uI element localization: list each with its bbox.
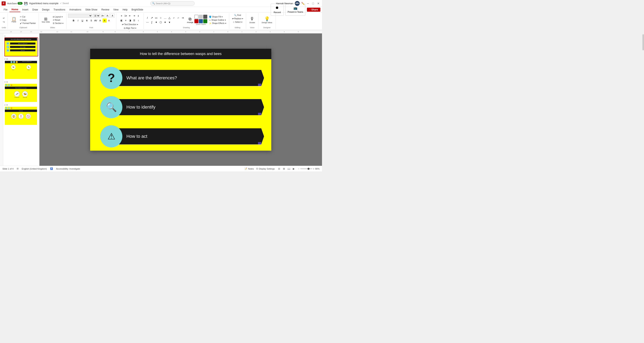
numbering-button[interactable]: 1≡ <box>124 14 128 18</box>
section-button[interactable]: ☰ Section ▾ <box>52 22 64 25</box>
align-right-button[interactable]: ◨ <box>128 18 132 22</box>
columns-button[interactable]: ⫿ <box>136 14 140 18</box>
shapes-more[interactable]: ⋯ <box>145 20 149 24</box>
design-ideas-button[interactable]: 💡 Design Ideas <box>260 16 274 24</box>
shadow-button[interactable]: S <box>89 19 94 23</box>
text-direction-button[interactable]: ⇄ Text Direction ▾ <box>121 23 139 26</box>
quick-style-3[interactable] <box>203 15 207 19</box>
layout-button[interactable]: ⊟ Layout ▾ <box>52 15 64 18</box>
format-painter-button[interactable]: 🖌 Format Painter <box>19 22 37 25</box>
arrow-tool[interactable]: ↗ <box>150 16 154 20</box>
more-shapes[interactable]: … <box>163 16 167 20</box>
tab-design[interactable]: Design <box>40 8 52 12</box>
star-tool[interactable]: ✦ <box>163 20 167 24</box>
main-slide[interactable]: How to tell the difference between wasps… <box>90 49 271 151</box>
curve-tool[interactable]: ∫ <box>150 20 154 24</box>
circle-tool[interactable]: ○ <box>158 16 162 20</box>
tab-review[interactable]: Review <box>100 8 111 12</box>
shape-effects-button[interactable]: ✨ Shape Effects ▾ <box>208 22 227 25</box>
strikethrough-button[interactable]: S <box>85 19 89 23</box>
tab-insert[interactable]: Insert <box>20 8 30 12</box>
tab-help[interactable]: Help <box>120 8 130 12</box>
slideshow-button[interactable]: ▶ <box>292 167 296 171</box>
tab-file[interactable]: File <box>2 8 10 12</box>
autosave-on[interactable]: On <box>18 2 22 5</box>
arrange-button[interactable]: ⧉ Arrange <box>186 16 194 24</box>
decrease-font-button[interactable]: A- <box>106 14 110 18</box>
display-settings-button[interactable]: ⊡ Display Settings <box>256 167 275 170</box>
autosave-toggle[interactable]: AutoSave On <box>7 2 22 5</box>
save-icon[interactable]: 💾 <box>24 2 28 5</box>
tab-brightslide[interactable]: BrightSlide <box>130 8 145 12</box>
slide-1[interactable]: 1 How to tell the difference between was… <box>4 35 38 56</box>
triangle-tool[interactable]: △ <box>168 16 172 20</box>
increase-font-button[interactable]: A+ <box>101 14 105 18</box>
slide-2[interactable]: 2 ★ ? 🔍 ⚠ What are the differences? <box>4 58 38 79</box>
align-text-button[interactable]: ⊟ Align Text ▾ <box>122 27 138 30</box>
tab-draw[interactable]: Draw <box>30 8 40 12</box>
increase-indent-button[interactable]: ⇥ <box>132 14 136 18</box>
line-spacing-button[interactable]: ↕ <box>136 18 140 22</box>
present-in-teams-button[interactable]: 📺 Present in Teams <box>285 4 305 16</box>
dictate-button[interactable]: 🎙 Dictate <box>248 16 256 24</box>
char-spacing-button[interactable]: AV <box>94 19 98 23</box>
bullets-button[interactable]: ≡ <box>120 14 124 18</box>
shape-outline-button[interactable]: ▭ Shape Outline ▾ <box>208 19 227 22</box>
reading-view-button[interactable]: 📖 <box>287 167 291 171</box>
pentagon-tool[interactable]: ⬠ <box>158 20 162 24</box>
connector-tool[interactable]: ⌐ <box>176 16 180 20</box>
arrow-shape[interactable]: ⇒ <box>181 16 185 20</box>
notes-button[interactable]: 📝 Notes <box>244 167 254 170</box>
more-button[interactable]: ▾ <box>168 20 172 24</box>
cut-button[interactable]: ✂ Cut <box>19 15 37 18</box>
slide-thumb-1[interactable]: How to tell the difference between wasps… <box>4 38 38 56</box>
align-left-button[interactable]: ◧ <box>120 18 124 22</box>
quick-style-4[interactable] <box>194 19 198 23</box>
normal-view-button[interactable]: ⊟ <box>277 167 281 171</box>
clear-format-button[interactable]: A <box>110 14 114 18</box>
find-button[interactable]: 🔍 Find <box>233 14 242 17</box>
copy-button[interactable]: ⎘ Copy <box>19 19 37 22</box>
freeform-tool[interactable]: ✦ <box>154 20 158 24</box>
align-center-button[interactable]: ≡ <box>124 18 128 22</box>
zoom-in-button[interactable]: + <box>313 168 314 170</box>
slide-thumb-2[interactable]: ? 🔍 ⚠ What are the differences? 🐝 <box>4 61 38 79</box>
paste-button[interactable]: 📋 Paste <box>10 17 18 23</box>
underline-button[interactable]: U <box>80 19 84 23</box>
select-button[interactable]: ⊹ Select ▾ <box>232 21 244 24</box>
search-box[interactable]: 🔍 Search (Alt+Q) <box>150 1 194 6</box>
right-angle-tool[interactable]: ⌐ <box>172 16 176 20</box>
zoom-slider[interactable] <box>300 168 312 169</box>
tab-slideshow[interactable]: Slide Show <box>83 8 100 12</box>
zoom-out-button[interactable]: − <box>298 168 299 170</box>
tab-home[interactable]: Home <box>10 7 20 12</box>
tab-view[interactable]: View <box>111 8 120 12</box>
slide-3[interactable]: 3 ★ ? 🔍 ⚠ How to identify bees and wasps <box>4 81 38 102</box>
rect-tool[interactable]: ▭ <box>154 16 158 20</box>
zoom-thumb[interactable] <box>308 168 310 170</box>
bold-button[interactable]: B <box>72 19 76 23</box>
line-tool[interactable]: / <box>145 16 149 20</box>
tab-transitions[interactable]: Transitions <box>52 8 67 12</box>
undo-button[interactable]: ↩ <box>2 16 6 20</box>
reset-button[interactable]: ↺ Reset <box>52 19 64 22</box>
quick-style-6[interactable] <box>203 19 207 23</box>
text-color-button[interactable]: A <box>107 19 111 23</box>
font-name-select[interactable] <box>68 14 92 18</box>
quick-style-5[interactable] <box>199 19 203 23</box>
slide-thumb-3[interactable]: ? 🔍 ⚠ How to identify bees and wasps 🦟 G… <box>4 83 38 102</box>
slide-4[interactable]: 4 ★ ? 🔍 ⚠ How to act 😱 <box>4 104 38 125</box>
decrease-indent-button[interactable]: ⇤ <box>128 14 132 18</box>
highlight-button[interactable]: A <box>103 19 107 23</box>
slide-thumb-4[interactable]: ? 🔍 ⚠ How to act 😱 ❗ 🚫 <box>4 106 38 125</box>
font-color-button[interactable]: A <box>98 19 102 23</box>
share-button[interactable]: ↑ Share <box>307 8 320 12</box>
italic-button[interactable]: I <box>76 19 80 23</box>
font-size-select[interactable]: 18 <box>93 14 100 18</box>
quick-style-1[interactable] <box>194 15 198 19</box>
shape-fill-button[interactable]: 🪣 Shape Fill ▾ <box>208 15 227 18</box>
redo-button[interactable]: ↪ <box>2 20 6 24</box>
slide-sorter-button[interactable]: ⊞ <box>282 167 286 171</box>
new-slide-button[interactable]: ⊞ New Slide <box>40 16 51 24</box>
quick-style-2[interactable] <box>199 15 203 19</box>
